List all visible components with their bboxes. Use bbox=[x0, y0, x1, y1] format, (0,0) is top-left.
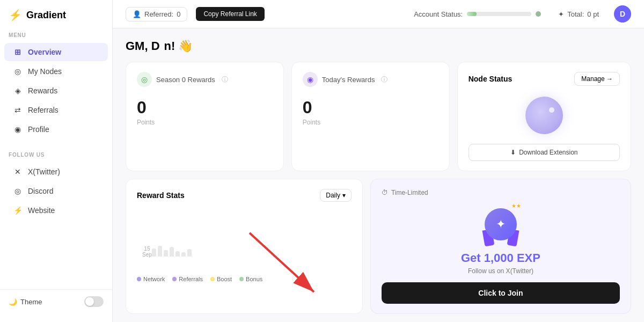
topbar: 👤 Referred: 0 Copy Referral Link Account… bbox=[113, 0, 644, 28]
today-rewards-info-icon: ⓘ bbox=[381, 75, 387, 84]
today-rewards-icon: ◉ bbox=[303, 72, 318, 87]
node-visual bbox=[469, 91, 620, 140]
chart-bar bbox=[170, 247, 174, 257]
sidebar-item-my-nodes[interactable]: ◎ My Nodes bbox=[4, 62, 108, 80]
sidebar: ⚡ Gradient MENU ⊞ Overview ◎ My Nodes ◈ … bbox=[0, 0, 113, 322]
referred-user-icon: 👤 bbox=[133, 10, 141, 18]
exp-description: Follow us on X(Twitter) bbox=[468, 267, 533, 275]
sidebar-item-label: Rewards bbox=[28, 86, 57, 95]
overview-icon: ⊞ bbox=[13, 48, 23, 56]
chart-bar bbox=[181, 252, 186, 257]
time-limited-card: ⏱ Time-Limited ✦ ★★ Get 1,000 EXP Follow… bbox=[370, 179, 631, 314]
season-rewards-sublabel: Points bbox=[137, 119, 273, 126]
chart-bar bbox=[152, 248, 156, 257]
profile-icon: ◉ bbox=[13, 125, 23, 134]
daily-select-label: Daily bbox=[326, 192, 340, 199]
sidebar-item-label: Website bbox=[28, 206, 55, 215]
logo: ⚡ Gradient bbox=[0, 9, 112, 32]
legend-boost: Boost bbox=[210, 276, 232, 282]
total-label: Total: bbox=[567, 10, 584, 18]
sidebar-item-rewards[interactable]: ◈ Rewards bbox=[4, 82, 108, 100]
reward-stats-card: Reward Stats Daily ▾ 15Sep bbox=[126, 179, 363, 314]
total-value: 0 pt bbox=[587, 10, 599, 18]
theme-toggle-area: 🌙 Theme bbox=[0, 289, 112, 313]
legend-dot-boost bbox=[210, 277, 215, 281]
sidebar-item-twitter[interactable]: ✕ X(Twitter) bbox=[4, 163, 108, 181]
main-area: 👤 Referred: 0 Copy Referral Link Account… bbox=[113, 0, 644, 322]
copy-referral-button[interactable]: Copy Referral Link bbox=[196, 7, 264, 21]
season-rewards-title: Season 0 Rewards bbox=[156, 76, 215, 84]
referred-count: 0 bbox=[177, 10, 180, 18]
referred-label: Referred: bbox=[144, 10, 173, 18]
cards-row: ◎ Season 0 Rewards ⓘ 0 Points ◉ Today's … bbox=[126, 62, 631, 171]
website-icon: ⚡ bbox=[13, 206, 23, 215]
menu-label: MENU bbox=[0, 32, 112, 42]
greeting-wave: n! 👋 bbox=[164, 39, 193, 53]
chart-bar bbox=[158, 246, 162, 257]
referred-box: 👤 Referred: 0 bbox=[126, 7, 187, 21]
theme-label: 🌙 Theme bbox=[9, 298, 42, 306]
legend-dot-referrals bbox=[172, 277, 177, 281]
download-extension-button[interactable]: ⬇ Download Extension bbox=[469, 144, 620, 161]
chart-bars bbox=[148, 214, 341, 257]
chart-legend: Network Referrals Boost Bonus bbox=[137, 276, 352, 282]
sidebar-item-discord[interactable]: ◎ Discord bbox=[4, 182, 108, 200]
avatar[interactable]: D bbox=[614, 5, 631, 23]
daily-select[interactable]: Daily ▾ bbox=[320, 189, 352, 202]
logo-icon: ⚡ bbox=[9, 9, 22, 21]
chart-bar bbox=[164, 250, 168, 257]
season-rewards-header: ◎ Season 0 Rewards ⓘ bbox=[137, 72, 273, 87]
badge-circle: ✦ bbox=[485, 208, 517, 240]
sidebar-item-profile[interactable]: ◉ Profile bbox=[4, 120, 108, 138]
manage-button[interactable]: Manage → bbox=[574, 72, 620, 86]
greeting-text: GM, D bbox=[126, 39, 160, 53]
season-rewards-card: ◎ Season 0 Rewards ⓘ 0 Points bbox=[126, 62, 284, 171]
season-rewards-icon: ◎ bbox=[137, 72, 152, 87]
sidebar-item-overview[interactable]: ⊞ Overview bbox=[4, 43, 108, 61]
sidebar-item-referrals[interactable]: ⇄ Referrals bbox=[4, 101, 108, 119]
legend-boost-label: Boost bbox=[217, 276, 232, 282]
moon-icon: 🌙 bbox=[9, 298, 17, 306]
sidebar-item-label: Discord bbox=[28, 187, 53, 195]
time-limited-label: Time-Limited bbox=[391, 189, 428, 196]
download-icon: ⬇ bbox=[510, 149, 516, 156]
sidebar-item-website[interactable]: ⚡ Website bbox=[4, 201, 108, 219]
today-rewards-title: Today's Rewards bbox=[322, 76, 375, 84]
legend-bonus: Bonus bbox=[239, 276, 262, 282]
logo-name: Gradient bbox=[26, 10, 66, 21]
referrals-icon: ⇄ bbox=[13, 106, 23, 114]
chart-area: 15Sep bbox=[137, 208, 352, 273]
legend-dot-network bbox=[137, 277, 141, 281]
status-progress-fill bbox=[467, 12, 477, 16]
sidebar-item-label: Overview bbox=[28, 48, 61, 56]
sidebar-item-label: My Nodes bbox=[28, 67, 62, 76]
node-orb bbox=[525, 97, 563, 134]
chevron-down-icon: ▾ bbox=[342, 192, 346, 199]
total-points: ✦ Total: 0 pt bbox=[558, 10, 599, 18]
node-status-card: Node Status Manage → ⬇ Download Extensio… bbox=[457, 62, 631, 171]
node-status-header: Node Status Manage → bbox=[469, 72, 620, 86]
season-rewards-value: 0 bbox=[137, 98, 273, 118]
account-status-label: Account Status: bbox=[414, 10, 463, 18]
chart-bar bbox=[187, 249, 192, 257]
season-rewards-info-icon: ⓘ bbox=[222, 75, 228, 84]
chart-bar bbox=[175, 251, 180, 257]
badge-stars: ★★ bbox=[511, 203, 521, 209]
today-rewards-card: ◉ Today's Rewards ⓘ 0 Points bbox=[291, 62, 450, 171]
sidebar-item-label: Referrals bbox=[28, 106, 58, 114]
today-rewards-sublabel: Points bbox=[303, 119, 438, 126]
account-status: Account Status: bbox=[414, 10, 541, 18]
status-dot bbox=[536, 11, 541, 17]
twitter-icon: ✕ bbox=[13, 167, 23, 176]
theme-toggle[interactable] bbox=[84, 296, 104, 307]
reward-stats-header: Reward Stats Daily ▾ bbox=[137, 189, 352, 202]
my-nodes-icon: ◎ bbox=[13, 67, 23, 76]
node-status-title: Node Status bbox=[469, 75, 513, 83]
today-rewards-header: ◉ Today's Rewards ⓘ bbox=[303, 72, 438, 87]
today-rewards-value: 0 bbox=[303, 98, 438, 118]
content-area: GM, D n! 👋 ◎ Season 0 Rewards ⓘ 0 Points… bbox=[113, 28, 644, 322]
badge-visual: ✦ ★★ bbox=[479, 203, 522, 246]
status-progress-bar bbox=[467, 12, 531, 16]
legend-bonus-label: Bonus bbox=[246, 276, 262, 282]
join-button[interactable]: Click to Join bbox=[382, 282, 620, 304]
